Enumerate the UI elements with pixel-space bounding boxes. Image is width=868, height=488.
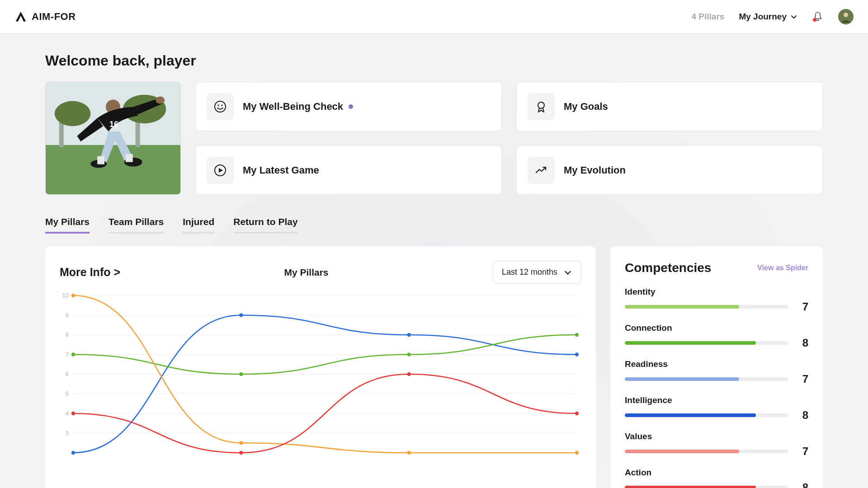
svg-point-1 — [844, 13, 848, 17]
more-info-link[interactable]: More Info > — [60, 266, 120, 279]
svg-rect-14 — [126, 154, 133, 162]
avatar-image — [838, 9, 854, 24]
trending-up-icon — [528, 157, 555, 184]
svg-point-42 — [407, 352, 410, 356]
avatar[interactable] — [838, 9, 854, 24]
competency-label: Values — [625, 432, 808, 441]
competency-value: 8 — [799, 481, 808, 488]
competency-bar — [625, 413, 788, 417]
welcome-heading: Welcome back, player — [45, 33, 823, 82]
tab-injured[interactable]: Injured — [183, 216, 214, 234]
top-nav: 4 Pillars My Journey — [692, 9, 854, 24]
card-goals[interactable]: My Goals — [516, 82, 823, 131]
competency-value: 7 — [799, 373, 808, 385]
logo-icon — [14, 10, 27, 23]
competency-label: Identity — [625, 287, 808, 297]
svg-text:3: 3 — [66, 430, 69, 436]
svg-point-47 — [575, 451, 579, 455]
competency-intelligence: Intelligence 8 — [625, 395, 808, 422]
competencies-list: Identity 7 Connection 8 Readiness 7 Inte… — [625, 287, 808, 488]
chart-panel: More Info > My Pillars Last 12 months 34… — [45, 246, 596, 488]
nav-pillars[interactable]: 4 Pillars — [692, 12, 725, 22]
svg-point-51 — [575, 412, 579, 415]
smiley-icon — [207, 93, 234, 120]
chevron-down-icon — [790, 13, 797, 20]
svg-point-50 — [407, 372, 410, 376]
competency-bar — [625, 377, 788, 381]
svg-point-36 — [71, 451, 75, 455]
view-as-spider-link[interactable]: View as Spider — [757, 264, 808, 272]
competency-bar — [625, 486, 788, 488]
svg-point-49 — [239, 451, 243, 455]
brand-text: AIM-FOR — [32, 11, 76, 23]
competency-label: Connection — [625, 323, 808, 333]
competency-values: Values 7 — [625, 432, 808, 458]
svg-point-17 — [221, 104, 222, 106]
svg-point-48 — [71, 412, 75, 415]
svg-point-40 — [71, 352, 75, 356]
competency-value: 8 — [799, 409, 808, 422]
svg-text:8: 8 — [66, 331, 69, 338]
notifications-button[interactable] — [812, 11, 824, 23]
competency-value: 7 — [799, 300, 808, 313]
card-wellbeing-label: My Well-Being Check — [243, 101, 343, 113]
card-evolution[interactable]: My Evolution — [516, 145, 823, 195]
svg-point-39 — [575, 352, 579, 356]
competencies-title: Competencies — [625, 261, 711, 275]
svg-text:9: 9 — [66, 312, 69, 319]
card-latest-game[interactable]: My Latest Game — [195, 145, 502, 195]
competency-value: 8 — [799, 337, 808, 349]
svg-point-37 — [239, 313, 243, 317]
tab-my-pillars[interactable]: My Pillars — [45, 216, 90, 234]
competency-label: Intelligence — [625, 395, 808, 405]
svg-point-45 — [239, 441, 243, 445]
range-dropdown[interactable]: Last 12 months — [492, 261, 581, 284]
competency-bar — [625, 305, 788, 309]
svg-text:10: 10 — [62, 293, 69, 299]
tabs: My Pillars Team Pillars Injured Return t… — [45, 216, 823, 234]
card-latest-game-label: My Latest Game — [243, 164, 319, 176]
svg-text:7: 7 — [66, 351, 69, 358]
competency-label: Readiness — [625, 359, 808, 369]
notification-dot — [813, 18, 816, 22]
svg-point-38 — [407, 333, 410, 337]
competency-label: Action — [625, 468, 808, 478]
svg-point-46 — [407, 451, 410, 455]
card-goals-label: My Goals — [564, 101, 608, 113]
svg-point-19 — [538, 102, 544, 108]
top-bar: AIM-FOR 4 Pillars My Journey — [0, 0, 868, 33]
tab-return[interactable]: Return to Play — [233, 216, 297, 234]
svg-point-10 — [156, 97, 165, 104]
nav-journey[interactable]: My Journey — [739, 12, 797, 22]
svg-point-43 — [575, 333, 579, 337]
award-icon — [528, 93, 555, 120]
competency-value: 7 — [799, 445, 808, 458]
svg-point-16 — [217, 104, 219, 106]
card-evolution-label: My Evolution — [564, 164, 626, 176]
chart-title: My Pillars — [284, 267, 328, 278]
svg-text:5: 5 — [66, 390, 69, 397]
svg-text:16: 16 — [109, 120, 118, 129]
competency-action: Action 8 — [625, 468, 808, 488]
competencies-panel: Competencies View as Spider Identity 7 C… — [610, 246, 823, 488]
range-label: Last 12 months — [502, 267, 557, 277]
competency-connection: Connection 8 — [625, 323, 808, 349]
chevron-down-icon — [564, 268, 572, 277]
nav-journey-label: My Journey — [739, 12, 787, 22]
competency-bar — [625, 450, 788, 453]
competency-readiness: Readiness 7 — [625, 359, 808, 385]
wellbeing-status-dot — [349, 104, 353, 109]
competency-identity: Identity 7 — [625, 287, 808, 313]
card-wellbeing[interactable]: My Well-Being Check — [195, 82, 502, 131]
brand-logo[interactable]: AIM-FOR — [14, 10, 76, 23]
competency-bar — [625, 341, 788, 345]
svg-rect-13 — [97, 156, 104, 164]
svg-rect-3 — [46, 145, 180, 194]
play-icon — [207, 157, 234, 184]
svg-text:4: 4 — [66, 410, 69, 417]
svg-point-44 — [71, 294, 75, 297]
tab-team-pillars[interactable]: Team Pillars — [108, 216, 164, 234]
svg-point-6 — [55, 101, 90, 127]
svg-point-15 — [215, 101, 226, 112]
svg-point-41 — [239, 372, 243, 376]
